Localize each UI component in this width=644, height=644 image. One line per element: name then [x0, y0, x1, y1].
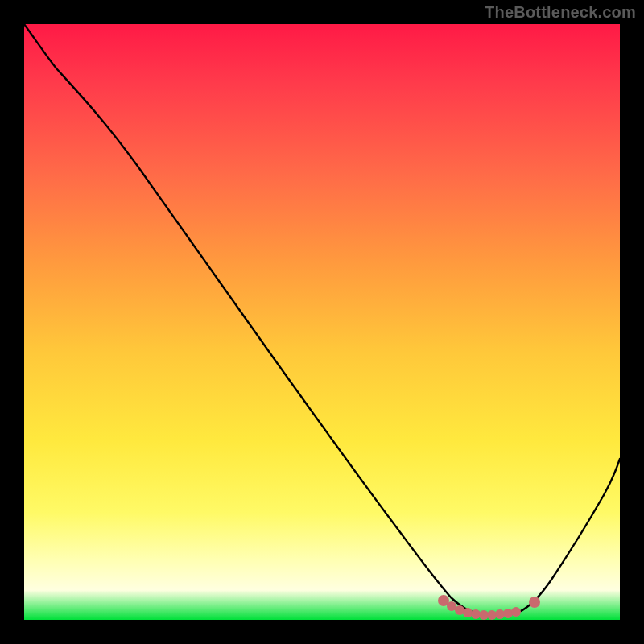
bottleneck-curve [24, 24, 620, 620]
plot-area [24, 24, 620, 620]
chart-frame: TheBottleneck.com [0, 0, 644, 644]
marker-cluster-dot [511, 607, 521, 617]
curve-path [24, 24, 620, 615]
marker-isolated-dot [529, 597, 540, 608]
attribution-text: TheBottleneck.com [485, 3, 636, 22]
